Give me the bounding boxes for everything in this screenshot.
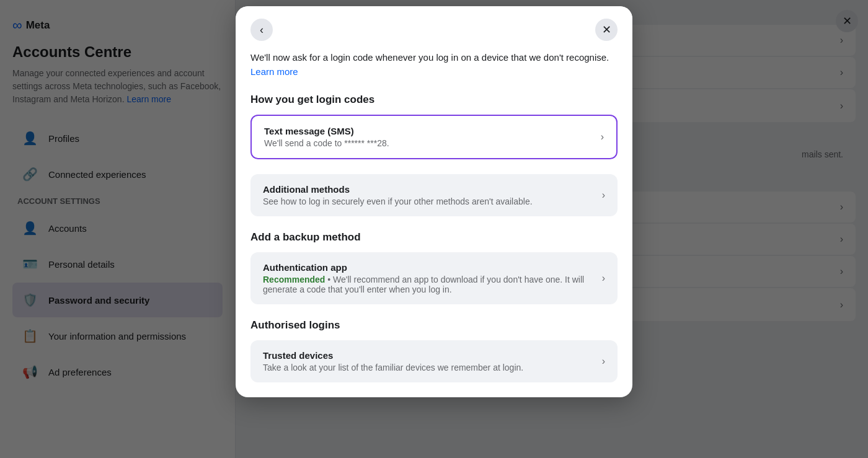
modal-header: ‹ ✕ [236,6,632,51]
modal-back-button[interactable]: ‹ [250,19,273,41]
modal-learn-more-link[interactable]: Learn more [250,66,298,77]
additional-chevron-icon: › [602,190,605,201]
trusted-devices-text: Trusted devices Take a look at your list… [263,350,523,372]
trusted-subtitle: Take a look at your list of the familiar… [263,363,523,372]
trusted-chevron-icon: › [602,356,605,367]
trusted-title: Trusted devices [263,350,523,361]
sms-method-text: Text message (SMS) We'll send a code to … [264,126,389,148]
sms-method-card[interactable]: Text message (SMS) We'll send a code to … [250,115,618,159]
additional-methods-card[interactable]: Additional methods See how to log in sec… [250,174,618,216]
auth-app-text: Authentication app Recommended • We'll r… [263,262,602,294]
sms-subtitle: We'll send a code to ****** ***28. [264,138,389,148]
modal-overlay: ‹ ✕ We'll now ask for a login code whene… [0,0,868,458]
modal-body: We'll now ask for a login code whenever … [236,51,632,382]
backup-section-title: Add a backup method [250,231,618,244]
modal-dialog: ‹ ✕ We'll now ask for a login code whene… [236,6,632,397]
modal-intro-text: We'll now ask for a login code whenever … [250,51,618,79]
trusted-devices-card[interactable]: Trusted devices Take a look at your list… [250,340,618,382]
sms-chevron-icon: › [601,131,604,143]
additional-subtitle: See how to log in securely even if your … [263,196,533,206]
additional-title: Additional methods [263,184,533,195]
additional-method-text: Additional methods See how to log in sec… [263,184,533,206]
auth-app-chevron-icon: › [602,273,605,284]
auth-app-title: Authentication app [263,262,602,273]
modal-close-button[interactable]: ✕ [595,19,618,41]
auth-app-card[interactable]: Authentication app Recommended • We'll r… [250,252,618,304]
auth-app-subtitle: Recommended • We'll recommend an app to … [263,275,602,294]
how-section-title: How you get login codes [250,94,618,106]
sms-title: Text message (SMS) [264,126,389,136]
authorised-section-title: Authorised logins [250,319,618,332]
